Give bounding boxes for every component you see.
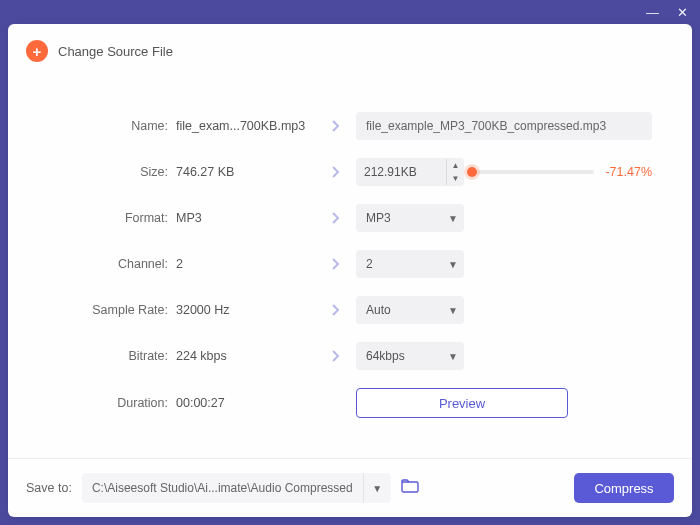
bitrate-value: 224 kbps xyxy=(176,349,316,363)
bitrate-selected: 64kbps xyxy=(366,349,405,363)
samplerate-dropdown[interactable]: Auto ▼ xyxy=(356,296,464,324)
duration-value: 00:00:27 xyxy=(176,396,316,410)
slider-thumb[interactable] xyxy=(467,167,477,177)
chevron-down-icon: ▼ xyxy=(448,259,458,270)
arrow-icon xyxy=(316,258,356,270)
duration-label: Duration: xyxy=(48,396,176,410)
bitrate-label: Bitrate: xyxy=(48,349,176,363)
format-value: MP3 xyxy=(176,211,316,225)
open-folder-button[interactable] xyxy=(401,479,419,497)
channel-label: Channel: xyxy=(48,257,176,271)
size-label: Size: xyxy=(48,165,176,179)
chevron-down-icon: ▼ xyxy=(448,305,458,316)
channel-selected: 2 xyxy=(366,257,373,271)
change-source-label: Change Source File xyxy=(58,44,173,59)
bitrate-dropdown[interactable]: 64kbps ▼ xyxy=(356,342,464,370)
format-selected: MP3 xyxy=(366,211,391,225)
output-size-value: 212.91KB xyxy=(356,165,446,179)
save-path-value: C:\Aiseesoft Studio\Ai...imate\Audio Com… xyxy=(82,481,363,495)
name-label: Name: xyxy=(48,119,176,133)
svg-rect-0 xyxy=(402,482,418,492)
compress-button[interactable]: Compress xyxy=(574,473,674,503)
size-slider[interactable] xyxy=(472,170,594,174)
arrow-icon xyxy=(316,120,356,132)
minimize-button[interactable]: — xyxy=(646,5,659,20)
close-button[interactable]: ✕ xyxy=(677,5,688,20)
output-size-spinner[interactable]: 212.91KB ▲ ▼ xyxy=(356,158,464,186)
chevron-down-icon[interactable]: ▼ xyxy=(363,473,391,503)
arrow-icon xyxy=(316,350,356,362)
arrow-icon xyxy=(316,212,356,224)
chevron-down-icon: ▼ xyxy=(448,213,458,224)
samplerate-selected: Auto xyxy=(366,303,391,317)
save-to-label: Save to: xyxy=(26,481,72,495)
preview-button[interactable]: Preview xyxy=(356,388,568,418)
chevron-down-icon: ▼ xyxy=(448,351,458,362)
spinner-up[interactable]: ▲ xyxy=(447,159,464,172)
channel-dropdown[interactable]: 2 ▼ xyxy=(356,250,464,278)
output-name-field[interactable]: file_example_MP3_700KB_compressed.mp3 xyxy=(356,112,652,140)
change-source-file[interactable]: + Change Source File xyxy=(8,24,692,72)
size-value: 746.27 KB xyxy=(176,165,316,179)
format-label: Format: xyxy=(48,211,176,225)
size-percent: -71.47% xyxy=(602,165,652,179)
save-path-dropdown[interactable]: C:\Aiseesoft Studio\Ai...imate\Audio Com… xyxy=(82,473,391,503)
spinner-down[interactable]: ▼ xyxy=(447,172,464,185)
channel-value: 2 xyxy=(176,257,316,271)
plus-icon: + xyxy=(26,40,48,62)
arrow-icon xyxy=(316,304,356,316)
arrow-icon xyxy=(316,166,356,178)
samplerate-value: 32000 Hz xyxy=(176,303,316,317)
format-dropdown[interactable]: MP3 ▼ xyxy=(356,204,464,232)
name-value: file_exam...700KB.mp3 xyxy=(176,119,316,133)
samplerate-label: Sample Rate: xyxy=(48,303,176,317)
